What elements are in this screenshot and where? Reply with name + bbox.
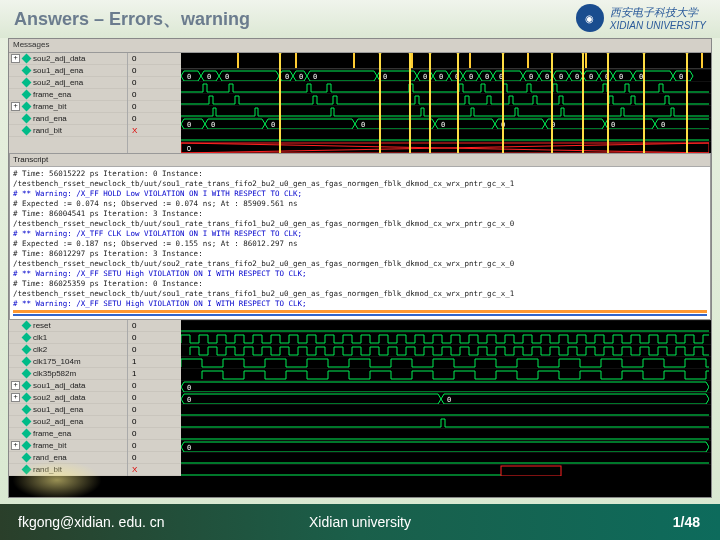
- svg-text:0: 0: [361, 121, 365, 129]
- transcript-line: # Time: 86012297 ps Iteration: 3 Instanc…: [13, 249, 707, 269]
- signal-value: 0: [128, 332, 181, 344]
- time-cursor[interactable]: [457, 53, 459, 153]
- signal-row[interactable]: rand_bit: [9, 125, 127, 137]
- signal-row[interactable]: sou1_adj_ena: [9, 65, 127, 77]
- signal-value: X: [128, 125, 181, 137]
- signal-value: 0: [128, 65, 181, 77]
- signal-value: 1: [128, 356, 181, 368]
- expand-icon[interactable]: +: [11, 393, 20, 402]
- waveform-row[interactable]: 000000000: [181, 117, 711, 129]
- svg-text:0: 0: [187, 384, 191, 392]
- waveform-row[interactable]: [181, 129, 711, 141]
- time-cursor[interactable]: [279, 53, 281, 153]
- signal-row[interactable]: +sou2_adj_data: [9, 53, 127, 65]
- waveform-row[interactable]: 0: [181, 141, 711, 153]
- signal-diamond-icon: [22, 321, 32, 331]
- signal-name: sou2_adj_data: [33, 54, 86, 63]
- waveform-row[interactable]: [181, 356, 711, 368]
- transcript-line: # Expected := 0.074 ns; Observed := 0.07…: [13, 199, 707, 209]
- signal-name: rand_bit: [33, 465, 62, 474]
- university-logo: ◉ 西安电子科技大学 XIDIAN UNIVERSITY: [576, 4, 706, 32]
- waveform-row[interactable]: [181, 105, 711, 117]
- highlight-bar-orange: [13, 310, 707, 313]
- waveform-row[interactable]: [181, 428, 711, 440]
- signal-row[interactable]: sou1_adj_ena: [9, 404, 127, 416]
- signal-names-column: resetclk1clk2clk175_104mclk35p582m+sou1_…: [9, 320, 127, 476]
- slide-footer: fkgong@xidian. edu. cn Xidian university…: [0, 504, 720, 540]
- svg-text:0: 0: [469, 73, 473, 81]
- waveform-row[interactable]: [181, 332, 711, 344]
- time-cursor[interactable]: [607, 53, 609, 153]
- time-cursor[interactable]: [582, 53, 584, 153]
- expand-icon[interactable]: +: [11, 54, 20, 63]
- transcript-content[interactable]: # Time: 56015222 ps Iteration: 0 Instanc…: [13, 169, 707, 309]
- signal-row[interactable]: clk175_104m: [9, 356, 127, 368]
- footer-university: Xidian university: [309, 514, 411, 530]
- waveform-row[interactable]: 00: [181, 392, 711, 404]
- signal-diamond-icon: [22, 54, 32, 64]
- waveform-row[interactable]: [181, 404, 711, 416]
- svg-text:0: 0: [611, 121, 615, 129]
- signal-row[interactable]: clk2: [9, 344, 127, 356]
- signal-row[interactable]: +frame_bit: [9, 440, 127, 452]
- svg-text:0: 0: [313, 73, 317, 81]
- waveform-row[interactable]: [181, 452, 711, 464]
- svg-text:0: 0: [285, 73, 289, 81]
- time-cursor[interactable]: [429, 53, 431, 153]
- signal-row[interactable]: rand_ena: [9, 452, 127, 464]
- waveform-row[interactable]: [181, 320, 711, 332]
- signal-diamond-icon: [22, 441, 32, 451]
- highlight-bar-blue: [13, 314, 707, 316]
- signal-value: 0: [128, 320, 181, 332]
- svg-text:0: 0: [545, 73, 549, 81]
- signal-diamond-icon: [22, 393, 32, 403]
- expand-icon[interactable]: +: [11, 102, 20, 111]
- waveform-row[interactable]: 0: [181, 440, 711, 452]
- time-cursor[interactable]: [686, 53, 688, 153]
- signal-diamond-icon: [22, 90, 32, 100]
- transcript-line: # Expected := 0.187 ns; Observed := 0.15…: [13, 239, 707, 249]
- expand-icon[interactable]: +: [11, 441, 20, 450]
- slide-header: Answers – Errors、warning ◉ 西安电子科技大学 XIDI…: [0, 0, 720, 38]
- signal-value: 0: [128, 440, 181, 452]
- wave-panel-top: +sou2_adj_datasou1_adj_enasou2_adj_enafr…: [9, 53, 711, 153]
- signal-row[interactable]: frame_ena: [9, 428, 127, 440]
- waveform-row[interactable]: [181, 416, 711, 428]
- time-cursor[interactable]: [551, 53, 553, 153]
- signal-row[interactable]: reset: [9, 320, 127, 332]
- time-cursor[interactable]: [409, 53, 411, 153]
- waveform-area-bottom[interactable]: 0000: [181, 320, 711, 476]
- signal-row[interactable]: clk35p582m: [9, 368, 127, 380]
- time-cursor[interactable]: [502, 53, 504, 153]
- svg-text:0: 0: [207, 73, 211, 81]
- signal-diamond-icon: [22, 381, 32, 391]
- waveform-row[interactable]: [181, 368, 711, 380]
- svg-text:0: 0: [619, 73, 623, 81]
- waveform-row[interactable]: 0: [181, 380, 711, 392]
- timescale-ruler[interactable]: [181, 53, 711, 69]
- signal-row[interactable]: sou2_adj_ena: [9, 416, 127, 428]
- signal-row[interactable]: rand_bit: [9, 464, 127, 476]
- signal-diamond-icon: [22, 345, 32, 355]
- simulator-window: Messages +sou2_adj_datasou1_adj_enasou2_…: [8, 38, 712, 498]
- time-cursor[interactable]: [379, 53, 381, 153]
- signal-row[interactable]: +sou1_adj_data: [9, 380, 127, 392]
- expand-icon[interactable]: +: [11, 381, 20, 390]
- signal-row[interactable]: frame_ena: [9, 89, 127, 101]
- transcript-line: # ** Warning: /X_FF SETU High VIOLATION …: [13, 269, 707, 279]
- signal-value: 0: [128, 344, 181, 356]
- signal-row[interactable]: +sou2_adj_data: [9, 392, 127, 404]
- waveform-area-top[interactable]: 00000000000000000000000000000000: [181, 53, 711, 153]
- signal-row[interactable]: sou2_adj_ena: [9, 77, 127, 89]
- footer-email: fkgong@xidian. edu. cn: [18, 514, 165, 530]
- waveform-row[interactable]: 0000000000000000000000: [181, 69, 711, 81]
- time-cursor[interactable]: [643, 53, 645, 153]
- waveform-row[interactable]: [181, 344, 711, 356]
- waveform-row[interactable]: [181, 464, 711, 476]
- transcript-line: # ** Warning: /X_FF HOLD Low VIOLATION O…: [13, 189, 707, 199]
- signal-row[interactable]: rand_ena: [9, 113, 127, 125]
- waveform-row[interactable]: [181, 93, 711, 105]
- waveform-row[interactable]: [181, 81, 711, 93]
- signal-row[interactable]: clk1: [9, 332, 127, 344]
- signal-row[interactable]: +frame_bit: [9, 101, 127, 113]
